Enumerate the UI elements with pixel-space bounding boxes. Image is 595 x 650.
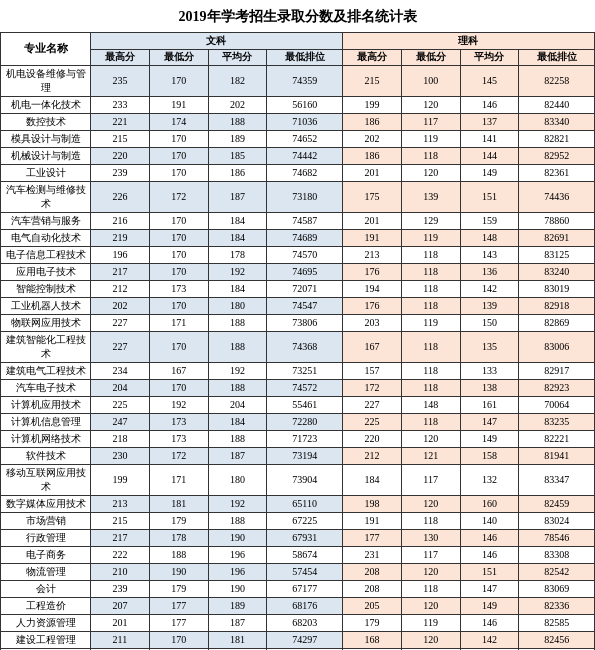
table-cell: 157 <box>342 363 401 380</box>
table-cell: 74572 <box>267 380 343 397</box>
table-cell: 73180 <box>267 182 343 213</box>
table-cell: 191 <box>342 513 401 530</box>
table-cell: 83235 <box>519 414 595 431</box>
table-row: 建筑电气工程技术2341671927325115711813382917 <box>1 363 595 380</box>
table-row: 软件技术2301721877319421212115881941 <box>1 448 595 465</box>
table-cell: 117 <box>401 465 460 496</box>
table-cell: 74359 <box>267 66 343 97</box>
table-cell: 170 <box>149 66 208 97</box>
table-cell: 130 <box>401 530 460 547</box>
table-cell: 213 <box>342 247 401 264</box>
table-cell: 83024 <box>519 513 595 530</box>
table-cell: 171 <box>149 315 208 332</box>
table-cell: 192 <box>208 363 267 380</box>
table-cell: 计算机应用技术 <box>1 397 91 414</box>
table-cell: 100 <box>401 66 460 97</box>
table-cell: 74297 <box>267 632 343 649</box>
table-cell: 81941 <box>519 448 595 465</box>
table-cell: 73251 <box>267 363 343 380</box>
table-cell: 226 <box>91 182 150 213</box>
table-cell: 汽车检测与维修技术 <box>1 182 91 213</box>
table-cell: 204 <box>91 380 150 397</box>
table-cell: 71036 <box>267 114 343 131</box>
table-cell: 工程造价 <box>1 598 91 615</box>
table-cell: 180 <box>208 298 267 315</box>
table-cell: 208 <box>342 581 401 598</box>
table-cell: 工业设计 <box>1 165 91 182</box>
table-row: 工业机器人技术2021701807454717611813982918 <box>1 298 595 315</box>
table-cell: 170 <box>149 380 208 397</box>
table-cell: 190 <box>208 581 267 598</box>
table-cell: 198 <box>342 496 401 513</box>
table-cell: 170 <box>149 213 208 230</box>
table-cell: 物联网应用技术 <box>1 315 91 332</box>
table-cell: 82952 <box>519 148 595 165</box>
table-cell: 应用电子技术 <box>1 264 91 281</box>
table-cell: 145 <box>460 66 519 97</box>
table-cell: 184 <box>342 465 401 496</box>
table-cell: 239 <box>91 165 150 182</box>
table-cell: 建设工程管理 <box>1 632 91 649</box>
table-cell: 121 <box>401 448 460 465</box>
table-cell: 179 <box>342 615 401 632</box>
table-cell: 235 <box>91 66 150 97</box>
table-row: 计算机应用技术2251922045546122714816170064 <box>1 397 595 414</box>
table-cell: 210 <box>91 564 150 581</box>
table-cell: 147 <box>460 414 519 431</box>
table-cell: 222 <box>91 547 150 564</box>
table-cell: 56160 <box>267 97 343 114</box>
table-cell: 135 <box>460 332 519 363</box>
table-cell: 202 <box>208 97 267 114</box>
table-cell: 82869 <box>519 315 595 332</box>
table-cell: 218 <box>91 431 150 448</box>
table-row: 市场营销2151791886722519111814083024 <box>1 513 595 530</box>
table-cell: 194 <box>342 281 401 298</box>
table-cell: 174 <box>149 114 208 131</box>
table-cell: 170 <box>149 247 208 264</box>
table-cell: 177 <box>342 530 401 547</box>
table-cell: 184 <box>208 213 267 230</box>
table-cell: 149 <box>460 598 519 615</box>
table-cell: 118 <box>401 380 460 397</box>
table-cell: 202 <box>342 131 401 148</box>
table-cell: 汽车电子技术 <box>1 380 91 397</box>
table-cell: 71723 <box>267 431 343 448</box>
table-row: 模具设计与制造2151701897465220211914182821 <box>1 131 595 148</box>
table-cell: 182 <box>208 66 267 97</box>
table-cell: 120 <box>401 564 460 581</box>
table-cell: 196 <box>208 564 267 581</box>
table-cell: 82361 <box>519 165 595 182</box>
wenke-max: 最高分 <box>91 50 150 66</box>
table-cell: 120 <box>401 431 460 448</box>
table-cell: 72280 <box>267 414 343 431</box>
table-cell: 148 <box>460 230 519 247</box>
table-cell: 119 <box>401 315 460 332</box>
table-cell: 208 <box>342 564 401 581</box>
table-cell: 82258 <box>519 66 595 97</box>
table-cell: 220 <box>91 148 150 165</box>
table-cell: 118 <box>401 363 460 380</box>
table-cell: 146 <box>460 547 519 564</box>
like-rank: 最低排位 <box>519 50 595 66</box>
table-cell: 137 <box>460 114 519 131</box>
table-cell: 220 <box>342 431 401 448</box>
table-cell: 82585 <box>519 615 595 632</box>
table-cell: 68203 <box>267 615 343 632</box>
table-row: 人力资源管理2011771876820317911914682585 <box>1 615 595 632</box>
table-cell: 136 <box>460 264 519 281</box>
table-cell: 82923 <box>519 380 595 397</box>
table-cell: 201 <box>342 213 401 230</box>
table-cell: 211 <box>91 632 150 649</box>
table-cell: 147 <box>460 581 519 598</box>
table-cell: 83006 <box>519 332 595 363</box>
table-row: 数字媒体应用技术2131811926511019812016082459 <box>1 496 595 513</box>
table-cell: 82542 <box>519 564 595 581</box>
table-cell: 118 <box>401 264 460 281</box>
table-cell: 225 <box>91 397 150 414</box>
table-cell: 188 <box>208 332 267 363</box>
table-cell: 196 <box>91 247 150 264</box>
table-cell: 83069 <box>519 581 595 598</box>
table-cell: 120 <box>401 632 460 649</box>
table-row: 数控技术2211741887103618611713783340 <box>1 114 595 131</box>
like-header: 理科 <box>342 33 594 50</box>
